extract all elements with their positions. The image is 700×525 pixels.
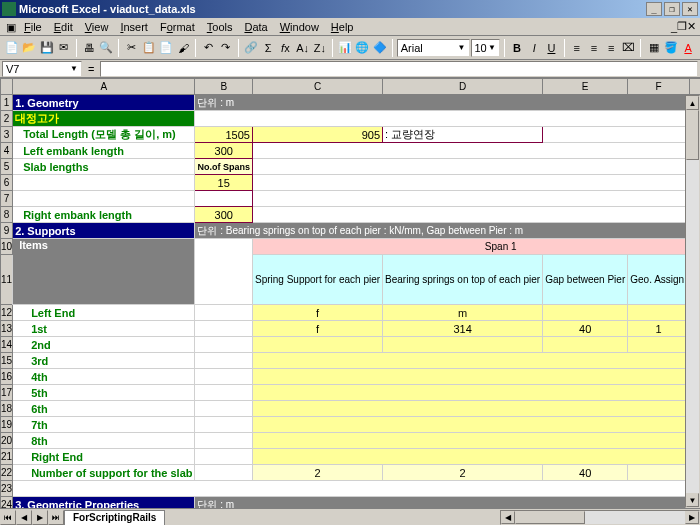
row-header[interactable]: 3 — [1, 127, 13, 143]
row-header[interactable]: 22 — [1, 465, 13, 481]
cell[interactable] — [13, 175, 195, 191]
print-button[interactable]: 🖶 — [81, 38, 97, 58]
underline-button[interactable]: U — [543, 38, 559, 58]
row-header[interactable]: 12 — [1, 305, 13, 321]
cell[interactable] — [252, 401, 700, 417]
cell[interactable]: Bearing springs on top of each pier — [383, 255, 543, 305]
font-name-select[interactable]: Arial▼ — [397, 39, 470, 57]
cell[interactable] — [195, 417, 253, 433]
cell[interactable]: Spring Support for each pier — [252, 255, 382, 305]
cell[interactable]: Total Length (모델 총 길이, m) — [13, 127, 195, 143]
close-button[interactable]: ✕ — [682, 2, 698, 16]
sort-asc-button[interactable]: A↓ — [295, 38, 311, 58]
undo-button[interactable]: ↶ — [200, 38, 216, 58]
row-header[interactable]: 24 — [1, 497, 13, 509]
row-header[interactable]: 11 — [1, 255, 13, 305]
cell[interactable] — [195, 369, 253, 385]
cell[interactable] — [543, 337, 628, 353]
scroll-thumb[interactable] — [515, 511, 585, 524]
cell[interactable]: 300 — [195, 143, 253, 159]
cell[interactable]: 2 — [383, 465, 543, 481]
menu-file[interactable]: File — [18, 21, 48, 33]
cell[interactable]: 2. Supports — [13, 223, 195, 239]
cell[interactable] — [195, 449, 253, 465]
cell[interactable] — [252, 433, 700, 449]
name-box[interactable]: V7▼ — [2, 61, 82, 77]
cell[interactable]: 3rd — [13, 353, 195, 369]
row-header[interactable]: 21 — [1, 449, 13, 465]
cell[interactable]: m — [383, 305, 543, 321]
row-header[interactable]: 16 — [1, 369, 13, 385]
cell[interactable]: 2nd — [13, 337, 195, 353]
cell[interactable] — [195, 401, 253, 417]
cell[interactable]: Left embank length — [13, 143, 195, 159]
doc-close[interactable]: ✕ — [687, 20, 696, 33]
cell[interactable]: Geo. Assign. — [628, 255, 690, 305]
cell[interactable]: 314 — [383, 321, 543, 337]
cell[interactable]: 300 — [195, 207, 253, 223]
menu-view[interactable]: View — [79, 21, 115, 33]
cell[interactable]: 4th — [13, 369, 195, 385]
format-painter-button[interactable]: 🖌 — [175, 38, 191, 58]
row-header[interactable]: 14 — [1, 337, 13, 353]
cell[interactable] — [195, 337, 253, 353]
spreadsheet-grid[interactable]: A B C D E F G H I J K 11. Geometry단위 : m… — [0, 78, 700, 508]
cell[interactable]: 40 — [543, 321, 628, 337]
cell[interactable]: Gap between Pier — [543, 255, 628, 305]
vertical-scrollbar[interactable]: ▲ ▼ — [685, 95, 700, 508]
row-header[interactable]: 5 — [1, 159, 13, 175]
open-button[interactable]: 📂 — [21, 38, 37, 58]
bold-button[interactable]: B — [509, 38, 525, 58]
cut-button[interactable]: ✂ — [123, 38, 139, 58]
link-button[interactable]: 🔗 — [243, 38, 259, 58]
menu-format[interactable]: Format — [154, 21, 201, 33]
row-header[interactable]: 6 — [1, 175, 13, 191]
borders-button[interactable]: ▦ — [645, 38, 661, 58]
font-color-button[interactable]: A — [680, 38, 696, 58]
formula-input[interactable] — [100, 61, 698, 77]
cell[interactable] — [252, 417, 700, 433]
row-header[interactable]: 8 — [1, 207, 13, 223]
row-header[interactable]: 13 — [1, 321, 13, 337]
cell[interactable] — [195, 321, 253, 337]
cell[interactable] — [252, 385, 700, 401]
row-header[interactable]: 20 — [1, 433, 13, 449]
cell[interactable]: Items — [13, 239, 195, 305]
maximize-button[interactable]: ❐ — [664, 2, 680, 16]
new-button[interactable]: 📄 — [4, 38, 20, 58]
row-header[interactable]: 9 — [1, 223, 13, 239]
cell[interactable]: Span 1 — [252, 239, 700, 255]
doc-restore[interactable]: ❐ — [677, 20, 687, 33]
drawing-button[interactable]: 🔷 — [371, 38, 387, 58]
menu-window[interactable]: Window — [274, 21, 325, 33]
cell[interactable] — [195, 465, 253, 481]
cell[interactable]: f — [252, 305, 382, 321]
row-header[interactable]: 10 — [1, 239, 13, 255]
cell[interactable] — [252, 449, 700, 465]
cell[interactable]: 5th — [13, 385, 195, 401]
cell[interactable] — [628, 337, 690, 353]
col-header[interactable]: D — [383, 79, 543, 95]
col-header[interactable]: G — [689, 79, 700, 95]
redo-button[interactable]: ↷ — [218, 38, 234, 58]
cell[interactable] — [195, 305, 253, 321]
cell[interactable] — [252, 337, 382, 353]
cell[interactable]: 1. Geometry — [13, 95, 195, 111]
menu-data[interactable]: Data — [238, 21, 273, 33]
cell[interactable] — [628, 465, 690, 481]
scroll-down-button[interactable]: ▼ — [686, 493, 699, 507]
cell[interactable]: 40 — [543, 465, 628, 481]
cell[interactable] — [195, 111, 700, 127]
cell[interactable] — [383, 337, 543, 353]
cell[interactable]: 대정고가 — [13, 111, 195, 127]
col-header[interactable]: C — [252, 79, 382, 95]
col-header[interactable]: E — [543, 79, 628, 95]
row-header[interactable]: 17 — [1, 385, 13, 401]
cell[interactable]: Number of support for the slab — [13, 465, 195, 481]
col-header[interactable]: B — [195, 79, 253, 95]
cell[interactable]: 단위 : Bearing springs on top of each pier… — [195, 223, 700, 239]
fill-color-button[interactable]: 🪣 — [663, 38, 679, 58]
minimize-button[interactable]: _ — [646, 2, 662, 16]
cell[interactable] — [543, 127, 700, 143]
scroll-thumb[interactable] — [686, 110, 699, 160]
